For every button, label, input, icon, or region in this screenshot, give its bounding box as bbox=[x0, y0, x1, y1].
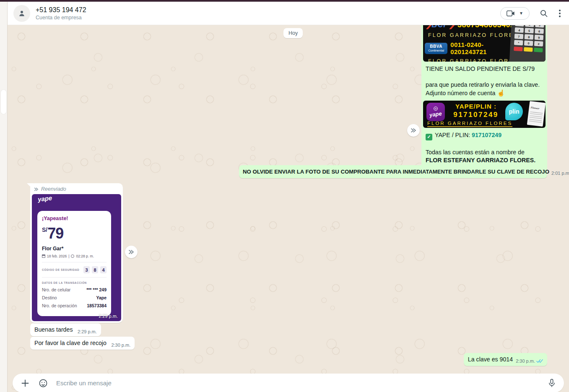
yape-logo: yape bbox=[37, 194, 52, 202]
video-call-button[interactable]: ▼ bbox=[500, 7, 530, 20]
header-actions: ▼ bbox=[500, 7, 561, 20]
search-button[interactable] bbox=[540, 9, 548, 18]
message-text: ✓YAPE / PLIN: 917107249 Todas las cuenta… bbox=[423, 128, 546, 164]
saldo-line2: para que pueda retirarlo y enviarla la c… bbox=[426, 81, 543, 89]
yape-receipt-image[interactable]: yape ¡Yapeaste! S/79 Flor Gar* 18 feb. 2… bbox=[32, 194, 121, 321]
contact-name: +51 935 194 472 bbox=[36, 6, 500, 14]
plin-logo-text: plin bbox=[509, 108, 520, 115]
mic-icon bbox=[548, 379, 556, 388]
receipt-date: 18 feb. 2026 bbox=[47, 254, 67, 258]
message-input[interactable] bbox=[56, 379, 546, 387]
pos-key: 6 bbox=[535, 29, 544, 34]
pointing-up-emoji: ☝ bbox=[497, 89, 505, 96]
row-label: Nro. de operación bbox=[42, 303, 77, 308]
search-icon bbox=[540, 9, 548, 18]
receipt-datetime: 18 feb. 2026 | 02:28 p. m. bbox=[42, 254, 107, 258]
message-outgoing-yape[interactable]: S/ yape YAPE/PLIN : 917107249 plin Floow… bbox=[421, 99, 547, 175]
security-digit: 8 bbox=[92, 266, 98, 273]
pos-key: 8 bbox=[525, 34, 534, 39]
timestamp: 2:01 p.m. bbox=[551, 171, 569, 176]
message-outgoing-key[interactable]: La clave es 9014 2:30 p.m. bbox=[464, 353, 547, 366]
message-incoming-greeting[interactable]: Buenas tardes 2:29 p.m. bbox=[30, 323, 101, 336]
yape-plin-heading-block: YAPE/PLIN : 917107249 bbox=[448, 103, 504, 119]
receipt-title: ¡Yapeaste! bbox=[42, 215, 107, 221]
receipt-time: 02:28 p. m. bbox=[76, 254, 94, 258]
yape-number-link[interactable]: 917107249 bbox=[472, 132, 501, 138]
currency-symbol: S/ bbox=[42, 226, 47, 233]
transaction-row: Destino Yape bbox=[42, 295, 107, 300]
transaction-row: Nro. de operación 18573384 bbox=[42, 303, 107, 308]
forward-icon bbox=[410, 127, 417, 133]
chat-header: +51 935 194 472 Cuenta de empresa ▼ bbox=[8, 2, 569, 25]
rail-scroll-thumb[interactable] bbox=[1, 90, 6, 114]
receipt-card: ¡Yapeaste! S/79 Flor Gar* 18 feb. 2026 |… bbox=[37, 211, 111, 316]
contact-avatar[interactable] bbox=[13, 5, 30, 22]
message-text: La clave es 9014 bbox=[468, 356, 513, 363]
separator: | bbox=[68, 254, 69, 258]
message-composer bbox=[13, 374, 564, 392]
left-rail bbox=[0, 2, 8, 392]
bbva-account-number: 0011-0240-0201243721 bbox=[450, 41, 511, 55]
sticker-button[interactable] bbox=[37, 377, 49, 389]
yape-plin-heading: YAPE/PLIN : bbox=[448, 103, 504, 110]
forwarded-label: Reenviado bbox=[41, 186, 66, 192]
security-code-label: CÓDIGO DE SEGURIDAD bbox=[42, 268, 79, 271]
saldo-line3: Adjunto número de cuenta bbox=[426, 90, 495, 96]
yape-logo: yape bbox=[429, 110, 442, 118]
receipt-amount: S/79 bbox=[42, 225, 107, 242]
paper-brand: Floower bbox=[530, 106, 539, 109]
chevron-down-icon: ▼ bbox=[519, 11, 523, 16]
whatsapp-window: +51 935 194 472 Cuenta de empresa ▼ Hoy bbox=[0, 0, 569, 392]
pos-key: 0 bbox=[524, 40, 533, 46]
message-incoming-receipt[interactable]: Reenviado yape ¡Yapeaste! S/79 Flor Gar*… bbox=[30, 183, 123, 323]
plin-logo: plin bbox=[505, 103, 523, 120]
timestamp: 2:30 p.m. bbox=[516, 358, 535, 363]
bcp-owner-name: FLOR GARRIAZO FLORES bbox=[428, 32, 511, 38]
attach-button[interactable] bbox=[19, 377, 31, 389]
row-value: 18573384 bbox=[87, 303, 107, 308]
row-label: Destino bbox=[42, 295, 57, 300]
check-mark-emoji: ✓ bbox=[426, 134, 432, 140]
timestamp: 2:29 p.m. bbox=[99, 314, 118, 319]
security-digit: 3 bbox=[83, 266, 90, 273]
menu-button[interactable] bbox=[558, 9, 561, 18]
yape-app-icon: S/ yape bbox=[426, 103, 445, 121]
forwarded-label-row: Reenviado bbox=[32, 185, 121, 194]
row-value: *** *** 249 bbox=[86, 287, 107, 292]
read-receipt-icon bbox=[536, 359, 543, 363]
pos-key: 4 bbox=[514, 27, 524, 33]
message-text: NO OLVIDE ENVIAR LA FOTO DE SU COMPROBAN… bbox=[243, 168, 549, 176]
video-call-icon bbox=[507, 10, 515, 16]
voice-message-button[interactable] bbox=[546, 377, 557, 389]
forward-icon bbox=[34, 187, 39, 192]
message-outgoing-saldo[interactable]: ❯BCP❯ 38073480634024 FLOR GARRIAZO FLORE… bbox=[421, 13, 547, 108]
contact-status: Cuenta de empresa bbox=[36, 15, 500, 21]
bbva-logo: BBVA Continental bbox=[425, 43, 447, 54]
yape-line3: FLOR ESTEFANY GARRIAZO FLORES. bbox=[426, 156, 543, 164]
yape-owner-name: FLOR GARRIAZO FLORES bbox=[427, 121, 512, 127]
pos-key: 5 bbox=[525, 28, 534, 33]
yape-plin-image[interactable]: S/ yape YAPE/PLIN : 917107249 plin Floow… bbox=[423, 101, 546, 128]
forward-button[interactable] bbox=[407, 124, 420, 137]
window-top-strip bbox=[0, 0, 569, 2]
receipt-payee: Flor Gar* bbox=[42, 246, 107, 252]
bbva-owner-name: FLOR GARRIAZO FLORES bbox=[428, 58, 511, 62]
pos-key: 7 bbox=[514, 34, 524, 39]
transaction-data-label: DATOS DE LA TRANSACCIÓN bbox=[42, 281, 107, 284]
message-outgoing-comprobante[interactable]: NO OLVIDE ENVIAR LA FOTO DE SU COMPROBAN… bbox=[239, 165, 547, 178]
bbva-logo-subtext: Continental bbox=[428, 49, 444, 52]
contact-info[interactable]: +51 935 194 472 Cuenta de empresa bbox=[36, 6, 500, 21]
yape-badge: S/ bbox=[434, 106, 438, 111]
message-incoming-request[interactable]: Por favor la clave de recojo 2:30 p.m. bbox=[30, 337, 135, 350]
pos-key: 9 bbox=[535, 35, 544, 40]
forward-button[interactable] bbox=[125, 246, 138, 258]
transaction-row: Nro. de celular *** *** 249 bbox=[42, 287, 107, 292]
yape-line2: Todas las cuentas están a nombre de bbox=[426, 148, 543, 156]
yape-plin-number: 917107249 bbox=[448, 111, 504, 119]
security-code-row: CÓDIGO DE SEGURIDAD 3 8 4 bbox=[42, 266, 107, 273]
yape-label: YAPE / PLIN: bbox=[435, 132, 470, 138]
receipt-paper-illustration: Floower bbox=[527, 101, 546, 127]
clock-icon bbox=[71, 254, 74, 258]
date-chip: Hoy bbox=[283, 28, 303, 38]
kebab-menu-icon bbox=[558, 9, 561, 18]
